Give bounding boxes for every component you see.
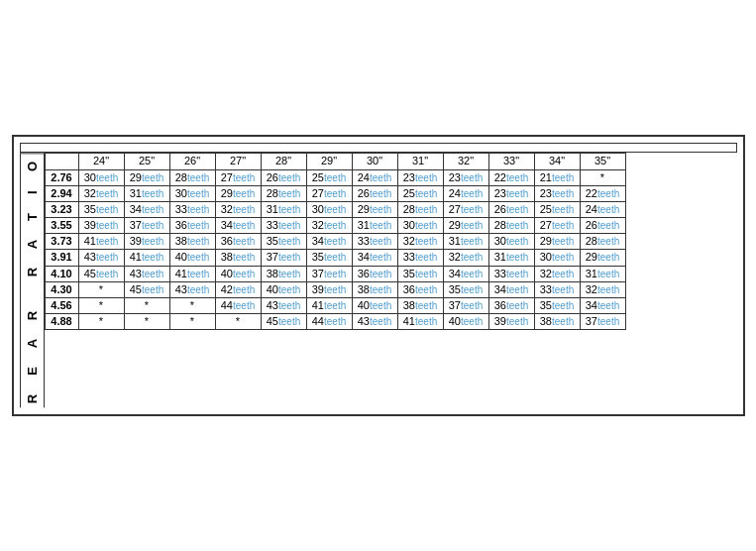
table-row: 3.9143teeth41teeth40teeth38teeth37teeth3… (45, 250, 625, 266)
data-cell-r6-c10: 32teeth (534, 266, 580, 281)
cell-teeth-label: teeth (278, 188, 300, 199)
ratio-cell-1: 2.94 (45, 185, 78, 201)
data-cell-r6-c3: 40teeth (215, 266, 261, 281)
data-cell-r2-c11: 24teeth (580, 201, 625, 217)
ratio-cell-9: 4.88 (45, 314, 78, 330)
cell-number: 43 (84, 251, 96, 263)
cell-number: 43 (175, 283, 187, 295)
cell-number: 31 (449, 235, 461, 247)
data-cell-r4-c7: 32teeth (397, 234, 443, 250)
cell-number: 22 (586, 187, 597, 199)
data-cell-r9-c10: 38teeth (534, 314, 580, 330)
data-cell-r3-c3: 34teeth (215, 218, 261, 234)
data-cell-r1-c0: 32teeth (78, 185, 124, 201)
cell-number: 36 (494, 299, 506, 311)
cell-teeth-label: teeth (415, 284, 437, 295)
cell-number: 33 (540, 283, 552, 295)
cell-number: 39 (312, 283, 324, 295)
cell-teeth-label: teeth (461, 204, 483, 215)
cell-teeth-label: teeth (370, 269, 391, 279)
data-cell-r4-c1: 39teeth (124, 234, 169, 250)
cell-number: 41 (403, 315, 415, 327)
data-table: 24"25"26"27"28"29"30"31"32"33"34"35" 2.7… (45, 153, 626, 330)
data-cell-r5-c4: 37teeth (261, 250, 306, 266)
cell-teeth-label: teeth (370, 284, 391, 295)
cell-number: 26 (494, 203, 506, 215)
cell-number: 27 (540, 219, 552, 231)
cell-teeth-label: teeth (415, 252, 437, 263)
header-row: 24"25"26"27"28"29"30"31"32"33"34"35" (45, 154, 625, 169)
cell-teeth-label: teeth (552, 172, 574, 183)
cell-number: 28 (403, 203, 415, 215)
data-cell-r2-c2: 33teeth (169, 201, 215, 217)
data-cell-r8-c3: 44teeth (215, 298, 261, 314)
cell-number: 23 (449, 171, 461, 183)
data-cell-r3-c10: 27teeth (534, 218, 580, 234)
cell-number: 35 (540, 299, 552, 311)
cell-number: 35 (267, 235, 278, 247)
data-cell-r2-c8: 27teeth (443, 201, 488, 217)
cell-teeth-label: teeth (552, 316, 574, 327)
data-cell-r0-c0: 30teeth (78, 169, 124, 185)
data-cell-r6-c0: 45teeth (78, 266, 124, 281)
cell-number: 43 (267, 299, 278, 311)
data-cell-r8-c11: 34teeth (580, 298, 625, 314)
ratio-cell-2: 3.23 (45, 201, 78, 217)
col-header-30": 30" (352, 154, 397, 169)
data-cell-r2-c6: 29teeth (352, 201, 397, 217)
data-cell-r9-c9: 39teeth (488, 314, 534, 330)
cell-number: 34 (586, 299, 597, 311)
cell-number: 38 (358, 283, 370, 295)
data-cell-r9-c8: 40teeth (443, 314, 488, 330)
data-cell-r4-c0: 41teeth (78, 234, 124, 250)
cell-number: 23 (540, 187, 552, 199)
main-layout: R E A R R A T I O 24"25"26"27"28"29"30"3… (20, 153, 737, 407)
cell-number: 32 (221, 203, 233, 215)
col-header-29": 29" (306, 154, 352, 169)
data-cell-r5-c5: 35teeth (306, 250, 352, 266)
cell-teeth-label: teeth (324, 284, 346, 295)
ratio-cell-0: 2.76 (45, 169, 78, 185)
cell-teeth-label: teeth (597, 236, 619, 247)
data-cell-r0-c11: * (580, 169, 625, 185)
outer-container: R E A R R A T I O 24"25"26"27"28"29"30"3… (12, 135, 745, 415)
data-cell-r9-c11: 37teeth (580, 314, 625, 330)
data-cell-r9-c4: 45teeth (261, 314, 306, 330)
data-cell-r3-c2: 36teeth (169, 218, 215, 234)
cell-teeth-label: teeth (142, 204, 163, 215)
cell-number: 45 (267, 315, 278, 327)
cell-number: 35 (449, 283, 461, 295)
cell-teeth-label: teeth (506, 300, 528, 311)
data-cell-r5-c11: 29teeth (580, 250, 625, 266)
cell-number: 38 (540, 315, 552, 327)
cell-number: 43 (358, 315, 370, 327)
cell-number: 23 (403, 171, 415, 183)
data-cell-r0-c2: 28teeth (169, 169, 215, 185)
cell-teeth-label: teeth (597, 220, 619, 231)
cell-teeth-label: teeth (142, 252, 163, 263)
cell-number: 38 (403, 299, 415, 311)
cell-number: 40 (449, 315, 461, 327)
cell-number: 41 (84, 235, 96, 247)
data-cell-r9-c7: 41teeth (397, 314, 443, 330)
data-cell-r8-c6: 40teeth (352, 298, 397, 314)
cell-number: 45 (130, 283, 142, 295)
data-cell-r6-c11: 31teeth (580, 266, 625, 281)
cell-number: 24 (586, 203, 597, 215)
col-header-26": 26" (169, 154, 215, 169)
data-cell-r0-c7: 23teeth (397, 169, 443, 185)
cell-teeth-label: teeth (233, 204, 255, 215)
data-cell-r3-c11: 26teeth (580, 218, 625, 234)
data-cell-r8-c2: * (169, 298, 215, 314)
cell-teeth-label: teeth (506, 284, 528, 295)
data-cell-r0-c6: 24teeth (352, 169, 397, 185)
data-cell-r1-c3: 29teeth (215, 185, 261, 201)
data-cell-r4-c4: 35teeth (261, 234, 306, 250)
cell-teeth-label: teeth (597, 269, 619, 279)
cell-number: 28 (586, 235, 597, 247)
cell-number: 34 (221, 219, 233, 231)
data-cell-r9-c0: * (78, 314, 124, 330)
col-header-28": 28" (261, 154, 306, 169)
data-cell-r7-c10: 33teeth (534, 281, 580, 297)
cell-number: 33 (175, 203, 187, 215)
